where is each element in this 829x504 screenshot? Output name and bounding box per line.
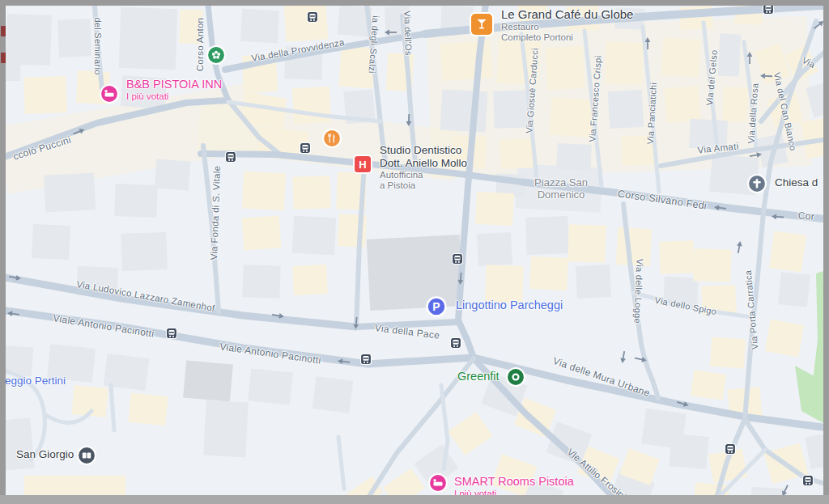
poi-title-line: Le Grand Café du Globe bbox=[501, 7, 633, 22]
ristorante-restaurant-icon[interactable] bbox=[323, 129, 341, 147]
street-label-del-seminario: del Seminario bbox=[93, 17, 103, 74]
farmacia-pharmacy-icon[interactable] bbox=[207, 46, 225, 64]
poi-label-studio-dentistico-aniello-mollo[interactable]: Studio DentisticoDott. Aniello MolloAuto… bbox=[380, 144, 467, 192]
poi-title-line: Chiesa d bbox=[775, 176, 818, 189]
greenfit-fitness-icon[interactable] bbox=[507, 368, 525, 386]
bus-stop-icon[interactable] bbox=[725, 444, 736, 455]
window-frame-left bbox=[0, 0, 6, 504]
le-grand-cafe-du-globe-bar-icon[interactable] bbox=[470, 13, 493, 36]
bus-stop-icon[interactable] bbox=[451, 338, 461, 349]
poi-label-le-grand-cafe-du-globe[interactable]: Le Grand Café du GlobeRestauroCompleto P… bbox=[501, 7, 633, 44]
poi-subtitle-line: a Pistoia bbox=[380, 180, 467, 192]
window-frame-right bbox=[823, 0, 829, 504]
lingottino-parcheggi-parking-icon[interactable]: P bbox=[427, 298, 446, 316]
screenshot-stage: HP del SeminarioCorso AntonVia della Pro… bbox=[0, 0, 829, 504]
one-way-arrow bbox=[735, 241, 742, 254]
map-canvas[interactable]: HP del SeminarioCorso AntonVia della Pro… bbox=[0, 0, 829, 504]
poi-title-line: SMART Rooms Pistoia bbox=[454, 475, 574, 489]
one-way-arrow bbox=[619, 351, 627, 364]
poi-title-line: Piazza San bbox=[534, 176, 588, 188]
poi-subtitle-line: I più votati bbox=[126, 91, 222, 103]
poi-label-lingottino-parcheggi[interactable]: Lingottino Parcheggi bbox=[456, 299, 563, 312]
frame-red-mark bbox=[1, 53, 6, 63]
poi-title-line: Lingottino Parcheggi bbox=[456, 299, 563, 312]
street-label-via-dell-os: Via dell'Os bbox=[402, 11, 414, 56]
bus-stop-icon[interactable] bbox=[226, 152, 236, 163]
street-label-corso-anton: Corso Anton bbox=[195, 18, 205, 72]
poi-title-line: Dott. Aniello Mollo bbox=[380, 157, 467, 170]
street-label-cor: Cor bbox=[797, 210, 814, 222]
poi-title-line: Studio Dentistico bbox=[380, 144, 467, 157]
bb-pistoia-inn-hotel-icon[interactable] bbox=[100, 85, 118, 103]
poi-subtitle-line: Restauro bbox=[501, 22, 633, 33]
map-base-layer: HP bbox=[0, 0, 829, 504]
bus-stop-icon[interactable] bbox=[361, 354, 372, 365]
poi-label-greenfit[interactable]: Greenfit bbox=[457, 370, 500, 383]
svg-text:P: P bbox=[432, 300, 440, 313]
poi-title-line: Greenfit bbox=[457, 370, 500, 383]
poi-label-chiesa[interactable]: Chiesa d bbox=[775, 176, 818, 189]
bus-stop-icon[interactable] bbox=[453, 254, 463, 265]
poi-title-line: Domenico bbox=[534, 188, 588, 201]
poi-title-line: eggio Pertini bbox=[5, 375, 66, 388]
bus-stop-icon[interactable] bbox=[308, 12, 318, 23]
bus-stop-icon[interactable] bbox=[300, 143, 311, 154]
svg-text:H: H bbox=[359, 159, 366, 171]
studio-dentistico-aniello-mollo-hospital-icon[interactable]: H bbox=[354, 155, 372, 173]
smart-rooms-pistoia-hotel-icon[interactable] bbox=[429, 474, 447, 492]
poi-label-bb-pistoia-inn[interactable]: B&B PISTOIA INNI più votati bbox=[126, 78, 222, 103]
window-frame-bottom bbox=[0, 495, 829, 504]
san-giorgio-library-icon[interactable] bbox=[78, 447, 96, 464]
poi-label-san-giorgio[interactable]: San Giorgio bbox=[16, 448, 74, 461]
poi-title-line: San Giorgio bbox=[16, 448, 74, 461]
bus-stop-icon[interactable] bbox=[803, 476, 814, 486]
poi-label-piazza-san-domenico[interactable]: Piazza SanDomenico bbox=[534, 176, 588, 201]
poi-subtitle-line: Completo Portoni bbox=[501, 32, 633, 44]
poi-subtitle-line: Autofficina bbox=[380, 170, 467, 181]
poi-title-line: B&B PISTOIA INN bbox=[126, 78, 222, 91]
chiesa-church-icon[interactable] bbox=[748, 175, 766, 193]
bus-stop-icon[interactable] bbox=[167, 328, 177, 339]
poi-label-parcheggio-pertini[interactable]: eggio Pertini bbox=[5, 375, 66, 388]
frame-red-mark bbox=[1, 26, 6, 36]
window-frame-top bbox=[0, 0, 829, 6]
